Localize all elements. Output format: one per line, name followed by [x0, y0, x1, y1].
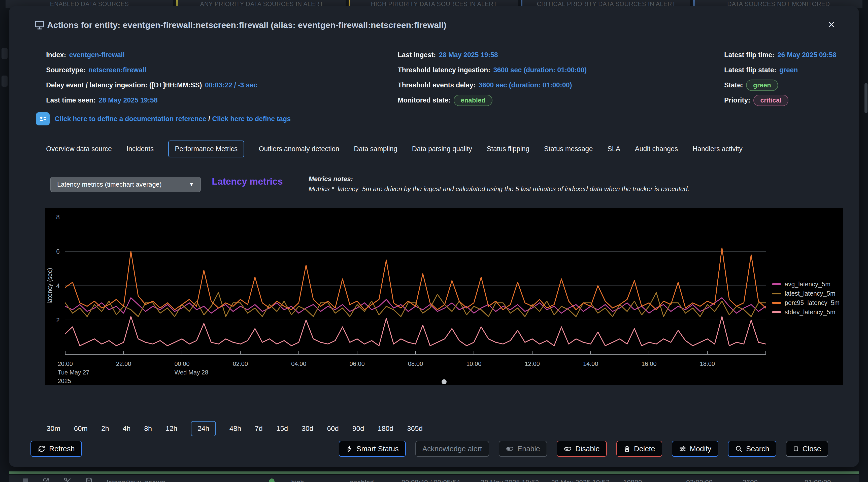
metrics-notes-title: Metrics notes:	[309, 174, 689, 184]
info-state: State: green	[724, 77, 837, 93]
acknowledge-alert-button[interactable]: Acknowledge alert	[415, 441, 489, 457]
bg-row-status-dot	[269, 479, 275, 482]
smart-status-button[interactable]: Smart Status	[339, 441, 406, 457]
modify-button[interactable]: Modify	[672, 441, 718, 457]
info-index: Index: eventgen-firewall	[46, 47, 257, 62]
monitored-state-badge: enabled	[454, 95, 492, 106]
tab-handlers-activity[interactable]: Handlers activity	[693, 141, 743, 157]
tab-incidents[interactable]: Incidents	[126, 141, 154, 157]
metric-selector-dropdown[interactable]: Latency metrics (timechart average) ▼	[51, 177, 201, 192]
info-sourcetype: Sourcetype: netscreen:firewall	[46, 62, 257, 77]
bg-row-lag-duration: 03:00:00	[686, 479, 713, 482]
page-scrollbar[interactable]	[865, 83, 868, 113]
tab-performance-metrics[interactable]: Performance Metrics	[168, 140, 244, 157]
timerange-60m[interactable]: 60m	[74, 422, 87, 436]
timerange-30m[interactable]: 30m	[46, 422, 60, 436]
svg-text:8: 8	[56, 214, 60, 221]
timerange-365d[interactable]: 365d	[407, 422, 423, 436]
disable-label: Disable	[575, 445, 600, 453]
trash-icon	[623, 445, 630, 453]
data-source-icon	[85, 477, 93, 482]
legend-label: stdev_latency_5m	[785, 309, 836, 316]
flip-time-value: 26 May 2025 09:58	[778, 51, 837, 59]
search-button[interactable]: Search	[728, 441, 776, 457]
timerange-180d[interactable]: 180d	[378, 422, 394, 436]
delete-button[interactable]: Delete	[616, 441, 662, 457]
threshold-latency-label: Threshold latency ingestion:	[398, 66, 490, 74]
svg-text:6: 6	[56, 248, 60, 255]
svg-text:14:00: 14:00	[583, 360, 598, 367]
toggle-off-icon	[564, 445, 572, 453]
tab-data-sampling[interactable]: Data sampling	[354, 141, 398, 157]
state-label: State:	[724, 81, 743, 89]
monitored-state-label: Monitored state:	[398, 96, 451, 104]
acknowledge-alert-label: Acknowledge alert	[423, 445, 482, 453]
svg-text:10:00: 10:00	[466, 360, 482, 367]
info-monitored-state: Monitored state: enabled	[398, 93, 587, 108]
enable-label: Enable	[517, 445, 540, 453]
timerange-7d[interactable]: 7d	[255, 422, 263, 436]
bg-row-name: latgen:linux_secure	[107, 479, 165, 482]
legend-item-stdev_latency_5m[interactable]: stdev_latency_5m	[772, 309, 840, 316]
priority-label: Priority:	[724, 96, 750, 104]
legend-item-perc95_latency_5m[interactable]: perc95_latency_5m	[772, 299, 840, 307]
define-documentation-link[interactable]: Click here to define a documentation ref…	[55, 115, 206, 123]
timerange-2h[interactable]: 2h	[101, 422, 109, 436]
bg-sidebar-fragment	[1, 75, 7, 87]
bg-row-last-time: 28 May 2025 19:52	[480, 479, 539, 482]
close-button[interactable]: Close	[786, 441, 828, 457]
timerange-15d[interactable]: 15d	[276, 422, 288, 436]
tab-outliers-anomaly-detection[interactable]: Outliers anomaly detection	[259, 141, 339, 157]
refresh-button[interactable]: Refresh	[30, 441, 82, 457]
svg-text:4: 4	[56, 282, 60, 289]
carousel-dot[interactable]	[441, 379, 446, 384]
close-label: Close	[803, 445, 821, 453]
bolt-icon	[346, 445, 353, 453]
legend-item-avg_latency_5m[interactable]: avg_latency_5m	[772, 281, 840, 288]
close-icon[interactable]: ×	[828, 19, 835, 30]
svg-text:20:00: 20:00	[58, 360, 73, 367]
tab-data-parsing-quality[interactable]: Data parsing quality	[412, 141, 472, 157]
timerange-60d[interactable]: 60d	[327, 422, 339, 436]
bg-row-state: enabled	[350, 479, 374, 482]
bg-row-delay-duration: 01:00:00	[805, 479, 831, 482]
tab-status-message[interactable]: Status message	[544, 141, 593, 157]
define-tags-link[interactable]: Click here to define tags	[212, 115, 291, 123]
timerange-24h[interactable]: 24h	[191, 421, 216, 436]
disable-button[interactable]: Disable	[557, 441, 607, 457]
svg-text:18:00: 18:00	[700, 360, 715, 367]
last-seen-label: Last time seen:	[46, 96, 96, 104]
tab-overview-data-source[interactable]: Overview data source	[46, 141, 112, 157]
entity-actions-modal: Actions for entity: eventgen-firewall:ne…	[9, 6, 859, 467]
latency-chart-svg: 246820:00Tue May 27202522:0000:00Wed May…	[45, 208, 843, 385]
tab-audit-changes[interactable]: Audit changes	[635, 141, 678, 157]
legend-swatch	[772, 283, 781, 285]
refresh-icon	[37, 445, 45, 453]
legend-item-latest_latency_5m[interactable]: latest_latency_5m	[772, 290, 840, 297]
tab-status-flipping[interactable]: Status flipping	[487, 141, 529, 157]
svg-text:16:00: 16:00	[641, 360, 656, 367]
timerange-48h[interactable]: 48h	[229, 422, 241, 436]
tab-sla[interactable]: SLA	[607, 141, 620, 157]
bg-row-delay-threshold: 3600	[743, 479, 758, 482]
flip-state-label: Latest flip state:	[724, 66, 776, 74]
metric-selector-value: Latency metrics (timechart average)	[57, 181, 162, 188]
info-threshold-latency: Threshold latency ingestion: 3600 sec (d…	[398, 62, 587, 77]
toggle-on-icon	[506, 445, 514, 453]
timerange-30d[interactable]: 30d	[302, 422, 313, 436]
contact-card-icon[interactable]	[36, 112, 50, 125]
enable-button[interactable]: Enable	[499, 441, 547, 457]
threshold-delay-value: 3600 sec (duration: 01:00:00)	[478, 81, 572, 89]
sourcetype-value[interactable]: netscreen:firewall	[88, 66, 146, 74]
timerange-8h[interactable]: 8h	[144, 422, 152, 436]
timerange-4h[interactable]: 4h	[123, 422, 130, 436]
index-value[interactable]: eventgen-firewall	[69, 51, 125, 59]
monitor-icon	[34, 20, 45, 31]
svg-text:12:00: 12:00	[525, 360, 540, 367]
timerange-12h[interactable]: 12h	[165, 422, 177, 436]
timerange-90d[interactable]: 90d	[352, 422, 364, 436]
legend-label: avg_latency_5m	[785, 281, 831, 288]
smart-status-label: Smart Status	[356, 445, 399, 453]
action-bar: Smart Status Acknowledge alert Enable Di…	[339, 441, 828, 457]
svg-text:00:00: 00:00	[174, 360, 189, 367]
